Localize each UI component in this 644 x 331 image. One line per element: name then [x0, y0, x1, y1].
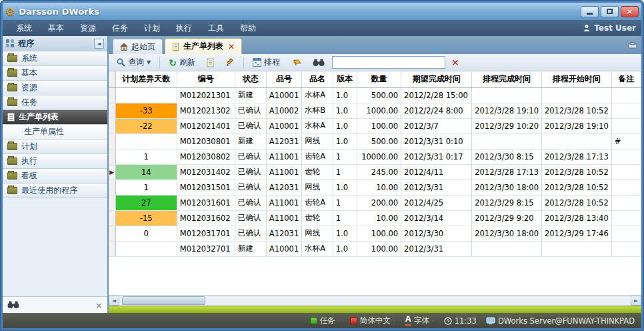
scroll-right-button[interactable]: ► [631, 296, 641, 306]
sidebar-item-8[interactable]: 看板 [3, 169, 107, 184]
column-header-5[interactable]: 品名 [302, 71, 333, 87]
sidebar-item-4[interactable]: 生产单列表 [3, 110, 107, 125]
table-row[interactable]: M012032701新建A10001水杯A1.0100.002012/3/31 [109, 241, 641, 256]
sidebar-collapse-button[interactable]: ◄ [94, 39, 104, 49]
home-icon [120, 43, 128, 51]
column-header-6[interactable]: 版本 [333, 71, 357, 87]
column-header-7[interactable]: 数量 [357, 71, 401, 87]
cell: 2012/3/28 10:52 [541, 164, 611, 180]
row-indicator-cell [109, 118, 115, 133]
table-row[interactable]: -33M012021302已确认A10002水杯B1.01000.002012/… [109, 103, 641, 118]
horizontal-scrollbar[interactable]: ◄ ► [109, 295, 641, 306]
sidebar-search-clear-icon[interactable]: × [95, 300, 103, 310]
cell: 2012/3/29 9:20 [472, 210, 542, 226]
clear-filter-icon[interactable]: ✕ [449, 57, 462, 68]
table-row[interactable]: -15M012031602已确认A11001齿轮110.002012/3/142… [109, 210, 641, 226]
tab-label: 起始页 [131, 41, 155, 53]
tab-1[interactable]: 生产单列表✕ [165, 38, 242, 54]
scrollbar-thumb[interactable] [122, 296, 205, 305]
scroll-left-button[interactable]: ◄ [109, 296, 119, 306]
cell: A10001 [266, 118, 301, 133]
table-header-row: 计划差异天数编号状态品号品名版本数量期望完成时间排程完成时间排程开始时间备注 [109, 71, 641, 87]
refresh-button[interactable]: ↻ 刷新 [165, 55, 199, 70]
task-label: 任务 [320, 316, 335, 326]
sidebar-item-1[interactable]: 基本 [3, 66, 107, 81]
cell: M012032701 [177, 241, 235, 256]
close-button[interactable]: ✕ [621, 6, 639, 17]
minimize-icon [587, 13, 593, 15]
cell [611, 87, 641, 103]
find-button[interactable] [309, 57, 329, 69]
table-row[interactable]: 1M012030802已确认A11001齿轮A110000.002012/3/3… [109, 149, 641, 164]
pin-icon[interactable] [628, 42, 637, 50]
new-button[interactable] [203, 56, 219, 69]
eraser-button[interactable] [287, 57, 305, 69]
column-header-9[interactable]: 排程完成时间 [472, 71, 542, 87]
row-indicator-cell [109, 241, 115, 256]
schedule-button[interactable]: 排程 [249, 55, 284, 70]
table-row[interactable]: 27M012031601已确认A11001齿轮A1200.002012/4/25… [109, 195, 641, 210]
cell: M012031602 [177, 210, 235, 226]
column-header-8[interactable]: 期望完成时间 [401, 71, 472, 87]
sidebar-item-7[interactable]: 执行 [3, 154, 107, 169]
folder-icon [7, 172, 17, 180]
sidebar-item-3[interactable]: 任务 [3, 95, 107, 110]
font-menu[interactable]: A 字体 ▾ [405, 316, 435, 326]
table-row[interactable]: M012021301新建A10001水杯A1.0500.002012/2/28 … [109, 87, 641, 103]
folder-icon [7, 143, 17, 150]
menu-item-0[interactable]: 系统 [8, 21, 40, 36]
cell: A10001 [266, 241, 301, 256]
schedule-label: 排程 [264, 57, 280, 68]
edit-button[interactable] [222, 56, 239, 69]
cell: 2012/3/28 19:10 [472, 103, 542, 118]
sidebar-item-2[interactable]: 资源 [3, 81, 107, 95]
cell: 14 [115, 164, 177, 180]
column-header-10[interactable]: 排程开始时间 [541, 71, 611, 87]
table-row[interactable]: 1M012031501已确认A12031网线1.010.002012/3/312… [109, 180, 641, 195]
table-row[interactable]: ▶14M012031402已确认A11001齿轮1245.002012/4/11… [109, 164, 641, 180]
sidebar-item-label: 计划 [21, 141, 37, 152]
filter-input[interactable] [332, 56, 445, 69]
cell: 齿轮A [302, 149, 333, 164]
task-menu[interactable]: 任务 ▾ [310, 316, 341, 326]
folder-icon [7, 55, 17, 62]
sidebar-item-6[interactable]: 计划 [3, 139, 107, 154]
column-header-11[interactable]: 备注 [611, 71, 641, 87]
query-label: 查询 [128, 57, 144, 68]
language-menu[interactable]: 简体中文 ▾ [350, 316, 396, 326]
sidebar-item-0[interactable]: 系统 [3, 51, 107, 66]
menu-item-4[interactable]: 计划 [136, 21, 168, 36]
cell: 齿轮A [302, 195, 333, 210]
tab-0[interactable]: 起始页 [113, 39, 163, 54]
sidebar-item-5[interactable]: 生产单属性 [3, 125, 107, 139]
table-row[interactable]: -22M012021401已确认A10001水杯A1.0100.002012/3… [109, 118, 641, 133]
query-button[interactable]: 查询 ▼ [113, 55, 155, 70]
table-row[interactable]: M012030801新建A12031网线1.0500.002012/3/31 0… [109, 133, 641, 149]
sidebar-item-label: 看板 [21, 170, 37, 182]
menu-item-3[interactable]: 任务 [104, 21, 136, 36]
column-header-4[interactable]: 品号 [266, 71, 301, 87]
menu-item-5[interactable]: 执行 [168, 21, 200, 36]
sidebar-item-9[interactable]: 最近使用的程序 [3, 184, 107, 198]
user-indicator[interactable]: Test User [583, 23, 636, 33]
chevron-down-icon: ▾ [432, 318, 435, 324]
cell: 已确认 [235, 103, 266, 118]
column-header-1[interactable]: 计划差异天数 [115, 71, 177, 87]
menu-item-1[interactable]: 基本 [40, 21, 72, 36]
column-header-3[interactable]: 状态 [235, 71, 266, 87]
menu-item-2[interactable]: 资源 [72, 21, 104, 36]
table-row[interactable]: 0M012031701已确认A12031网线1.0100.002012/3/30… [109, 226, 641, 241]
cell: 1.0 [333, 118, 357, 133]
cell: 1000.00 [357, 103, 401, 118]
column-header-2[interactable]: 编号 [177, 71, 235, 87]
tab-close-icon[interactable]: ✕ [228, 42, 235, 51]
menu-item-7[interactable]: 帮助 [232, 21, 264, 36]
sidebar-search-bar[interactable]: × [3, 296, 107, 313]
maximize-button[interactable] [601, 6, 619, 17]
cell: 500.00 [357, 87, 401, 103]
app-gear-icon: ⚙ [5, 5, 15, 18]
minimize-button[interactable] [581, 6, 599, 17]
document-icon [7, 113, 15, 121]
cell: 2012/3/30 [401, 226, 472, 241]
menu-item-6[interactable]: 工具 [200, 21, 232, 36]
